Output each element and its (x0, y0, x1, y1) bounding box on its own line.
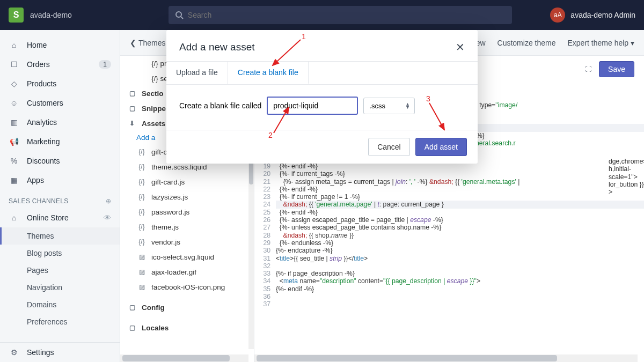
tree-folder[interactable]: ▢Config (120, 300, 254, 315)
customize-link[interactable]: Customize theme (497, 39, 556, 47)
home-icon: ⌂ (9, 40, 19, 50)
person-icon: ☺ (9, 98, 19, 108)
nav-discounts[interactable]: %Discounts (0, 151, 120, 171)
add-asset-modal: Add a new asset ✕ Upload a file Create a… (166, 30, 478, 164)
tree-folder[interactable]: ▢Locales (120, 320, 254, 335)
close-icon[interactable]: ✕ (456, 41, 465, 54)
store-name: avada-demo (30, 11, 72, 19)
nav-label: Blog posts (27, 249, 62, 257)
nav-label: Settings (27, 348, 54, 357)
avatar[interactable]: aA (550, 8, 565, 23)
folder-icon: ⬇ (127, 119, 137, 128)
nav-pages[interactable]: Pages (0, 262, 120, 279)
nav-blogposts[interactable]: Blog posts (0, 245, 120, 262)
megaphone-icon: 📢 (9, 136, 19, 147)
nav-label: Products (27, 79, 56, 88)
folder-icon: ▢ (127, 88, 137, 98)
nav-label: Preferences (27, 317, 67, 326)
save-button[interactable]: Save (599, 61, 634, 77)
nav-label: Navigation (27, 283, 62, 292)
expert-help-link[interactable]: Expert theme help ▾ (567, 39, 634, 47)
liquid-icon: {/} (136, 222, 147, 232)
tree-file[interactable]: {/}lazysizes.js (120, 189, 254, 204)
orders-badge: 1 (99, 60, 111, 69)
search-icon (175, 11, 184, 19)
username[interactable]: avada-demo Admin (570, 11, 635, 19)
expand-icon[interactable]: ⛶ (585, 65, 591, 73)
tree-file[interactable]: ▨ico-select.svg.liquid (120, 249, 254, 264)
nav-label: Themes (27, 232, 54, 240)
folder-icon: ▢ (127, 323, 137, 333)
nav-label: Customers (27, 99, 63, 107)
liquid-icon: {/} (136, 207, 147, 217)
nav-preferences[interactable]: Preferences (0, 313, 120, 330)
folder-icon: ▢ (127, 104, 137, 113)
filename-input[interactable] (267, 97, 358, 115)
cancel-button[interactable]: Cancel (368, 138, 410, 156)
lnk-label: Expert theme help (567, 39, 628, 47)
image-icon: ▨ (136, 282, 147, 292)
nav-label: Home (27, 41, 47, 49)
tree-file[interactable]: {/}gift-card.js (120, 174, 254, 189)
tree-scrollbar-h[interactable] (120, 354, 248, 362)
back-label: Themes (138, 39, 166, 47)
tree-file[interactable]: {/}vendor.js (120, 234, 254, 249)
nav-orders[interactable]: ☐Orders1 (0, 55, 120, 74)
nav-settings[interactable]: ⚙Settings (0, 343, 120, 362)
tree-file[interactable]: ▨ajax-loader.gif (120, 264, 254, 279)
nav-label: Domains (27, 300, 56, 309)
image-icon: ▨ (136, 267, 147, 277)
shopify-logo: S (9, 8, 24, 23)
back-link[interactable]: ❮ Themes (130, 39, 165, 47)
blank-file-label: Create a blank file called (179, 101, 261, 110)
tab-upload[interactable]: Upload a file (166, 62, 228, 84)
tab-create-blank[interactable]: Create a blank file (228, 62, 309, 84)
tree-file[interactable]: ▨facebook-iOS-icon.png (120, 279, 254, 294)
liquid-icon: {/} (136, 192, 147, 202)
section-label: SALES CHANNELS (9, 197, 69, 205)
svg-line-1 (181, 17, 183, 19)
liquid-icon (136, 73, 147, 83)
liquid-icon (136, 58, 147, 68)
liquid-icon: {/} (136, 177, 147, 187)
nav-customers[interactable]: ☺Customers (0, 93, 120, 113)
grid-icon: ▦ (9, 175, 19, 186)
liquid-icon: {/} (136, 147, 147, 157)
nav-label: Online Store (27, 213, 69, 222)
nav-apps[interactable]: ▦Apps (0, 171, 120, 190)
nav-label: Discounts (27, 157, 60, 165)
eye-icon[interactable]: 👁 (104, 213, 111, 222)
code-scrollbar-h[interactable] (254, 354, 638, 362)
gear-icon: ⚙ (9, 347, 19, 358)
image-icon: ▨ (136, 252, 147, 262)
nav-themes[interactable]: Themes (0, 227, 120, 245)
tag-icon: ◇ (9, 78, 19, 89)
search-input[interactable] (188, 11, 506, 19)
nav-home[interactable]: ⌂Home (0, 35, 120, 55)
nav-products[interactable]: ◇Products (0, 74, 120, 93)
select-caret-icon: ▴▾ (406, 102, 409, 109)
search-bar[interactable] (169, 6, 512, 24)
sidebar: ⌂Home ☐Orders1 ◇Products ☺Customers ▥Ana… (0, 30, 120, 362)
svg-point-0 (176, 12, 181, 17)
tree-file[interactable]: {/}password.js (120, 204, 254, 219)
nav-online-store[interactable]: ⌂Online Store👁 (0, 208, 120, 227)
store-icon: ⌂ (9, 212, 19, 223)
nav-label: Analytics (27, 118, 57, 127)
nav-navigation[interactable]: Navigation (0, 279, 120, 296)
liquid-icon: {/} (136, 162, 147, 172)
extension-select[interactable]: .scss ▴▾ (363, 98, 415, 114)
tree-file[interactable]: {/}theme.js (120, 219, 254, 234)
nav-domains[interactable]: Domains (0, 296, 120, 313)
ext-value: .scss (369, 102, 385, 110)
orders-icon: ☐ (9, 59, 19, 70)
add-asset-button[interactable]: Add asset (415, 138, 467, 156)
nav-label: Orders (27, 60, 50, 69)
liquid-icon: {/} (136, 237, 147, 247)
modal-title: Add a new asset (179, 41, 254, 53)
folder-icon: ▢ (127, 302, 137, 312)
nav-marketing[interactable]: 📢Marketing (0, 132, 120, 151)
nav-label: Marketing (27, 137, 60, 146)
add-channel-icon[interactable]: ⊕ (106, 197, 111, 205)
nav-analytics[interactable]: ▥Analytics (0, 113, 120, 132)
